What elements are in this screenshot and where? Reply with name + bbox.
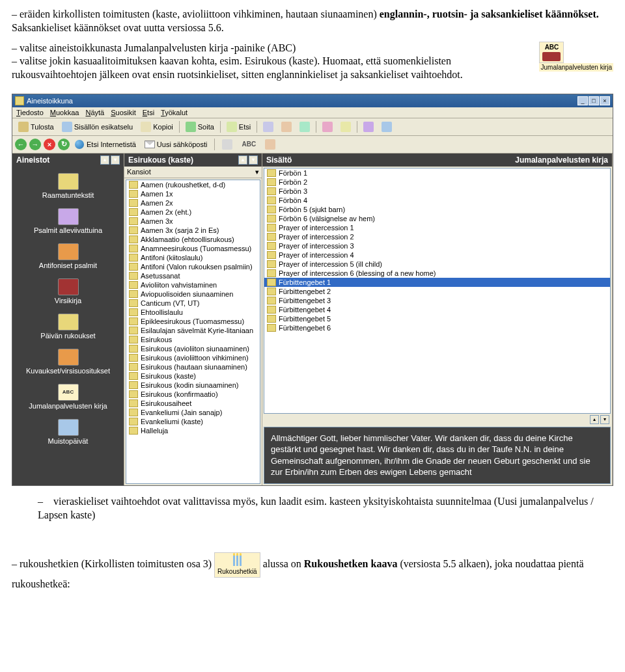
list-item[interactable]: Prayer of intercession 5 (ill child) xyxy=(264,260,610,269)
list-item[interactable]: Förbön 2 xyxy=(264,178,610,187)
list-item[interactable]: Evankeliumi (Jain sanajp) xyxy=(126,408,260,417)
search-button[interactable]: Etsi xyxy=(223,120,254,134)
sidebar-item[interactable]: Kuvaukset/virsisuositukset xyxy=(15,346,121,377)
sidebar-item[interactable]: Muistopäivät xyxy=(15,416,121,448)
sidebar-item[interactable]: Virsikirja xyxy=(15,276,121,307)
menu-favorites[interactable]: Suosikit xyxy=(111,109,136,116)
minimize-button[interactable]: _ xyxy=(577,96,588,105)
forward-button[interactable]: → xyxy=(29,139,41,150)
tool-button[interactable]: ABC xyxy=(238,139,259,150)
abc-icon: ABC xyxy=(242,141,256,148)
list-item[interactable]: Förbön 5 (sjukt barn) xyxy=(264,205,610,214)
new-mail-button[interactable]: Uusi sähköposti xyxy=(141,139,211,150)
list-item[interactable]: Fürbittengebet 2 xyxy=(264,287,610,296)
print-button[interactable]: Tulosta xyxy=(15,120,57,134)
list-item[interactable]: Esirukous xyxy=(126,335,260,344)
sidebar-item[interactable]: Psalmit alleviivattuina xyxy=(15,206,121,237)
list-item[interactable]: Prayer of intercession 4 xyxy=(264,250,610,260)
list-item[interactable]: Fürbittengebet 6 xyxy=(264,323,610,332)
list-item-label: Evankeliumi (kaste) xyxy=(141,418,203,425)
tool-button[interactable] xyxy=(360,120,377,134)
list-item[interactable]: Förbön 1 xyxy=(264,168,610,178)
close-button[interactable]: × xyxy=(600,96,610,105)
list-item[interactable]: Aamen 3x xyxy=(126,217,260,226)
list-item[interactable]: Esirukous (avioliittoon vihkiminen) xyxy=(126,353,260,362)
tool-button[interactable] xyxy=(219,137,236,152)
tool-button[interactable] xyxy=(260,120,277,134)
list-item[interactable]: Aamen 3x (sarja 2 in Es) xyxy=(126,226,260,235)
list-item[interactable]: Epikleesirukous (Tuomasmessu) xyxy=(126,317,260,326)
back-button[interactable]: ← xyxy=(15,139,27,150)
list-item[interactable]: Aamen 2x xyxy=(126,198,260,208)
maximize-button[interactable]: □ xyxy=(589,96,599,105)
doc-text: – rukoushetkien (Kirkollisten toimituste… xyxy=(12,558,214,569)
abc-caption: Jumalanpalvelusten kirja xyxy=(539,63,613,72)
list-item[interactable]: Prayer of intercession 1 xyxy=(264,223,610,232)
nav-down-button[interactable]: ▾ xyxy=(600,415,609,424)
list-item[interactable]: Esirukousaiheet xyxy=(126,399,260,408)
list-item[interactable]: Aamen 1x xyxy=(126,189,260,198)
nav-down-button[interactable]: ▾ xyxy=(249,155,258,165)
list-item[interactable]: Esirukous (kodin siunaaminen) xyxy=(126,381,260,390)
refresh-button[interactable]: ↻ xyxy=(58,139,70,150)
list-item[interactable]: Fürbittengebet 1 xyxy=(264,278,610,287)
tool-button[interactable] xyxy=(378,120,395,134)
stop-button[interactable]: × xyxy=(44,139,55,150)
sidebar-item[interactable]: ABCJumalanpalvelusten kirja xyxy=(15,381,121,412)
tool-button[interactable] xyxy=(296,120,313,134)
list-item[interactable]: Antifoni (kiitoslaulu) xyxy=(126,253,260,262)
list-item[interactable]: Esirukous (konfirmaatio) xyxy=(126,390,260,399)
sidebar-item[interactable]: Antifoniset psalmit xyxy=(15,241,121,272)
nav-up-button[interactable]: ▴ xyxy=(590,415,599,424)
tool-button[interactable] xyxy=(337,120,354,134)
list-item[interactable]: Förbön 3 xyxy=(264,187,610,196)
tool-button[interactable] xyxy=(278,120,295,134)
list-item[interactable]: Aviopuolisoiden siunaaminen xyxy=(126,289,260,299)
list-item[interactable]: Anamneesirukous (Tuomasmessu) xyxy=(126,244,260,253)
list-item[interactable]: Esirukous (kaste) xyxy=(126,371,260,381)
folder-icon xyxy=(129,281,138,289)
nav-up-button[interactable]: ▴ xyxy=(100,155,109,165)
sidebar-item-label: Virsikirja xyxy=(55,297,81,304)
list-item[interactable]: Evankeliumi (kaste) xyxy=(126,417,260,426)
list-item[interactable]: Förbön 4 xyxy=(264,196,610,205)
list-item[interactable]: Aamen 2x (eht.) xyxy=(126,208,260,217)
menu-tools[interactable]: Työkalut xyxy=(161,109,188,116)
folder-icon xyxy=(129,418,138,425)
list-item[interactable]: Fürbittengebet 3 xyxy=(264,296,610,305)
list-item[interactable]: Fürbittengebet 5 xyxy=(264,314,610,323)
list-item[interactable]: Halleluja xyxy=(126,426,260,435)
list-item[interactable]: Antifoni (Valon rukouksen psalmiin) xyxy=(126,262,260,271)
list-item[interactable]: Prayer of intercession 6 (blessing of a … xyxy=(264,269,610,278)
col2-sub-label: Kansiot xyxy=(127,168,151,176)
list-item[interactable]: Fürbittengebet 4 xyxy=(264,305,610,314)
list-item[interactable]: Canticum (VT, UT) xyxy=(126,299,260,308)
menu-search[interactable]: Etsi xyxy=(143,109,154,116)
list-item[interactable]: Ehtoollislaulu xyxy=(126,308,260,317)
chevron-down-icon[interactable]: ▾ xyxy=(255,168,259,176)
play-button[interactable]: Soita xyxy=(182,120,217,134)
nav-down-button[interactable]: ▾ xyxy=(111,155,120,165)
list-item[interactable]: Aamen (rukoushetket, d-d) xyxy=(126,180,260,189)
list-item[interactable]: Prayer of intercession 2 xyxy=(264,232,610,241)
menu-edit[interactable]: Muokkaa xyxy=(50,109,79,116)
sidebar-item[interactable]: Päivän rukoukset xyxy=(15,311,121,342)
sidebar-item[interactable]: Raamatuntekstit xyxy=(15,170,121,202)
menu-view[interactable]: Näytä xyxy=(85,109,104,116)
nav-up-button[interactable]: ▴ xyxy=(238,155,247,165)
preview-button[interactable]: Sisällön esikatselu xyxy=(59,120,137,134)
list-item[interactable]: Akklamaatio (ehtoollisrukous) xyxy=(126,235,260,244)
tool-button[interactable] xyxy=(262,137,279,152)
tool-button[interactable] xyxy=(319,120,336,134)
list-item[interactable]: Avioliiton vahvistaminen xyxy=(126,280,260,289)
list-item[interactable]: Asetussanat xyxy=(126,271,260,280)
copy-button[interactable]: Kopioi xyxy=(137,120,176,134)
list-item[interactable]: Esirukous (hautaan siunaaminen) xyxy=(126,362,260,371)
list-item[interactable]: Prayer of intercession 3 xyxy=(264,241,610,250)
list-item[interactable]: Esirukous (avioliiton siunaaminen) xyxy=(126,344,260,353)
list-item[interactable]: Esilaulajan sävelmät Kyrie-litaniaan xyxy=(126,326,260,335)
prayer-icon-caption: Rukoushetkiä xyxy=(217,568,257,575)
list-item[interactable]: Förbön 6 (välsignelse av hem) xyxy=(264,214,610,223)
menu-file[interactable]: Tiedosto xyxy=(16,109,44,116)
folder-icon xyxy=(129,381,138,389)
